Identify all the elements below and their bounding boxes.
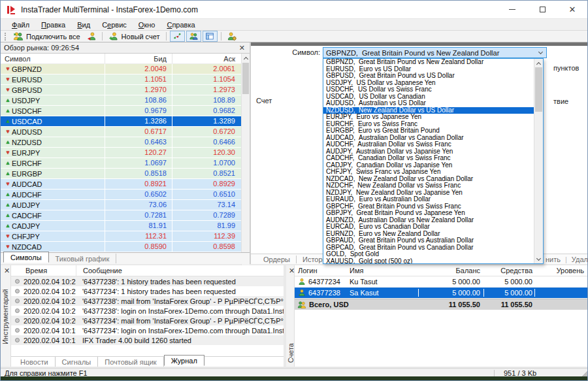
dropdown-option[interactable]: CHFJPY, Swiss Franc vs Japanise Yen bbox=[323, 169, 534, 176]
column-equity[interactable]: Средства bbox=[484, 267, 535, 274]
column-message[interactable]: Сообщение bbox=[76, 265, 284, 276]
market-watch-row[interactable]: AUDUSD 0.6717 0.6720 bbox=[1, 127, 250, 137]
market-watch-row[interactable]: AUDJPY 73.06 73.14 bbox=[1, 200, 250, 210]
layout-toggle-button[interactable] bbox=[203, 31, 218, 42]
column-level[interactable]: Уровень bbox=[535, 267, 588, 274]
column-bid[interactable]: Бид bbox=[105, 54, 172, 63]
market-watch-row[interactable]: GBPUSD 1.2970 1.2973 bbox=[1, 85, 250, 95]
journal-row[interactable]: 2020.02.04 10:21:1... '64377238': mail f… bbox=[11, 296, 284, 306]
market-watch-row[interactable]: EURCHF 1.0697 1.0700 bbox=[1, 158, 250, 169]
market-watch-close-icon[interactable]: ✕ bbox=[238, 44, 246, 52]
dropdown-option[interactable]: NZDJPY, New Zealand Dollar vs Japanise Y… bbox=[323, 190, 534, 197]
delete-button-fragment[interactable]: Удалит bbox=[572, 256, 588, 263]
dropdown-option[interactable]: USDCAD, US Dollar vs Canadian bbox=[323, 93, 534, 101]
dropdown-option[interactable]: AUDNZD, Australian Dollar vs New Zealand… bbox=[323, 217, 534, 224]
journal-row[interactable]: 2020.02.04 10:22:2... '64377238': 1 hist… bbox=[11, 276, 284, 286]
scroll-down-icon[interactable] bbox=[534, 255, 543, 263]
tab[interactable]: Символы bbox=[3, 252, 49, 263]
scrollbar-thumb[interactable] bbox=[242, 63, 249, 94]
scroll-up-icon[interactable] bbox=[534, 59, 543, 67]
menu-item[interactable]: Окно bbox=[133, 21, 161, 29]
tab[interactable]: Новости bbox=[14, 357, 56, 367]
chevron-down-icon[interactable] bbox=[535, 50, 546, 55]
menu-item[interactable]: Правка bbox=[35, 21, 71, 29]
journal-row[interactable]: 2020.02.04 10:19:3... IFX Trader 4.00 bu… bbox=[11, 335, 284, 345]
market-watch-row[interactable]: EURUSD 1.1051 1.1054 bbox=[1, 75, 250, 85]
dropdown-option[interactable]: GOLD, Spot Gold bbox=[323, 251, 534, 258]
dropdown-option[interactable]: AUDJPY, Australian Dollar vs Japanise Ye… bbox=[323, 148, 534, 156]
journal-row[interactable]: 2020.02.04 10:20:0... '64377234': mail f… bbox=[11, 316, 284, 325]
menu-item[interactable]: Файл bbox=[6, 21, 35, 29]
market-watch-row[interactable]: CHFJPY 112.31 112.39 bbox=[1, 231, 250, 242]
market-watch-row[interactable]: USDJPY 108.86 108.89 bbox=[1, 95, 250, 106]
column-symbol[interactable]: Символ bbox=[1, 54, 105, 63]
toolbox-close-icon[interactable]: ✕ bbox=[3, 267, 11, 274]
dropdown-option[interactable]: NZDUSD, New Zealand Dollar vs US Dollar bbox=[323, 107, 534, 114]
dropdown-option[interactable]: EURCAD, Euro vs Canadian Dollar bbox=[323, 224, 534, 231]
dropdown-option[interactable]: EURNZD, Euro vs New Zealand Dollar bbox=[323, 231, 534, 238]
maximize-button[interactable] bbox=[527, 1, 557, 18]
dropdown-option[interactable]: GBPAUD, Great Britain Pound vs Australia… bbox=[323, 237, 534, 244]
market-watch-row[interactable]: AUDCAD 0.8921 0.8929 bbox=[1, 179, 250, 190]
dropdown-option[interactable]: NZDCAD, New Zealand Dollar vs Canadian D… bbox=[323, 176, 534, 183]
dropdown-option[interactable]: AUDUSD, Australian vs US Dollar bbox=[323, 100, 534, 107]
market-watch-row[interactable]: GBPNZD 2.0049 2.0061 bbox=[1, 64, 250, 75]
scrollbar-thumb[interactable] bbox=[535, 67, 542, 112]
disconnect-all-button[interactable] bbox=[84, 31, 99, 42]
market-watch-row[interactable]: EURJPY 120.27 120.30 bbox=[1, 148, 250, 158]
column-ask[interactable]: Аск bbox=[172, 54, 250, 63]
dropdown-option[interactable]: EURGBP, Euro vs Great Britain Pound bbox=[323, 127, 534, 135]
market-watch-row[interactable]: USDCHF 0.9679 0.9682 bbox=[1, 106, 250, 116]
market-watch-row[interactable]: NZDCAD 0.8590 0.8598 bbox=[1, 242, 250, 252]
connect-all-button[interactable]: Подключить все bbox=[10, 31, 84, 42]
dropdown-option[interactable]: USDJPY, US Dollar vs Japanese Yen bbox=[323, 80, 534, 87]
new-account-button[interactable]: Новый счет bbox=[105, 31, 163, 42]
minimize-button[interactable] bbox=[497, 1, 527, 18]
scroll-up-icon[interactable] bbox=[242, 54, 250, 62]
tab[interactable]: Почтовый ящик bbox=[98, 357, 163, 367]
modify-button-fragment[interactable]: нить bbox=[546, 256, 561, 263]
dropdown-option[interactable]: EURUSD, Euro vs US Dollar bbox=[323, 66, 534, 73]
menu-item[interactable]: Сервис bbox=[96, 21, 133, 29]
dropdown-option[interactable]: EURCHF, Euro vs Swiss Franc bbox=[323, 121, 534, 128]
dropdown-option[interactable]: GBPUSD, Great Britain Pound vs US Dollar bbox=[323, 73, 534, 80]
account-settings-button[interactable] bbox=[224, 31, 240, 42]
column-login[interactable]: Логин bbox=[295, 267, 347, 274]
accounts-close-icon[interactable]: ✕ bbox=[287, 267, 296, 274]
dropdown-option[interactable]: GBPNZD, Great Britain Pound vs New Zeala… bbox=[323, 59, 534, 66]
tab[interactable]: Сигналы bbox=[56, 357, 99, 367]
dropdown-option[interactable]: USDCHF, US Dollar vs Swiss Franc bbox=[323, 86, 534, 93]
tab[interactable]: Тиковый график bbox=[49, 254, 117, 263]
dropdown-scrollbar[interactable] bbox=[534, 59, 543, 263]
account-row[interactable]: 64377234 Ku Tasut 5 000.00 5 000.00 bbox=[295, 276, 588, 288]
dropdown-option[interactable]: GBPCAD, Great Britain Pound vs Canadian … bbox=[323, 244, 534, 252]
close-button[interactable]: ✕ bbox=[557, 1, 587, 18]
market-watch-row[interactable]: AUDCHF 0.6502 0.6510 bbox=[1, 190, 250, 200]
accounts-vertical-tab[interactable]: Счета bbox=[287, 343, 295, 363]
dropdown-option[interactable]: GBPCHF, Great Britain Pound vs Swiss Fra… bbox=[323, 203, 534, 210]
menu-item[interactable]: Справка bbox=[161, 21, 201, 29]
journal-row[interactable]: 2020.02.04 10:19:5... '64377234': login … bbox=[11, 325, 284, 335]
symbol-combobox[interactable]: GBPNZD, Great Britain Pound vs New Zeala… bbox=[323, 47, 547, 58]
tab-orders[interactable]: Ордеры bbox=[257, 256, 297, 263]
tab[interactable]: Журнал bbox=[164, 355, 204, 366]
market-watch-row[interactable]: EURGBP 0.8518 0.8521 bbox=[1, 169, 250, 179]
dropdown-option[interactable]: AUDCHF, Australian Dollar vs Swiss Franc bbox=[323, 141, 534, 148]
dropdown-option[interactable]: CADJPY, Canadian Dollar vs Japanise Yen bbox=[323, 162, 534, 169]
tick-chart-toggle-button[interactable] bbox=[170, 31, 185, 42]
accounts-toggle-button[interactable] bbox=[186, 31, 201, 42]
market-watch-row[interactable]: USDCAD 1.3286 1.3289 bbox=[1, 116, 250, 127]
column-balance[interactable]: Баланс bbox=[419, 267, 484, 274]
dropdown-option[interactable]: CADCHF, Canadian Dollar vs Swiss Franc bbox=[323, 155, 534, 162]
market-watch-row[interactable]: NZDUSD 0.6463 0.6466 bbox=[1, 137, 250, 148]
dropdown-option[interactable]: EURJPY, Euro vs Japanese Yen bbox=[323, 114, 534, 121]
dropdown-option[interactable]: AUDCAD, Australian Dollar vs Canadian Do… bbox=[323, 135, 534, 142]
market-watch-row[interactable]: CADJPY 81.91 81.99 bbox=[1, 221, 250, 231]
dropdown-option[interactable]: NZDCHF, New Zealand Dollar vs Swiss Fran… bbox=[323, 182, 534, 190]
dropdown-option[interactable]: EURAUD, Euro vs Australian Dollar bbox=[323, 196, 534, 203]
account-row[interactable]: 64377238 Sa Kasut 5 000.00 5 000.00 bbox=[295, 288, 588, 299]
market-watch-row[interactable]: CADCHF 0.7281 0.7289 bbox=[1, 210, 250, 221]
toolbox-vertical-tab[interactable]: Инструментарий bbox=[1, 289, 9, 344]
menu-item[interactable]: Вид bbox=[71, 21, 96, 29]
column-name[interactable]: Имя bbox=[347, 267, 419, 274]
